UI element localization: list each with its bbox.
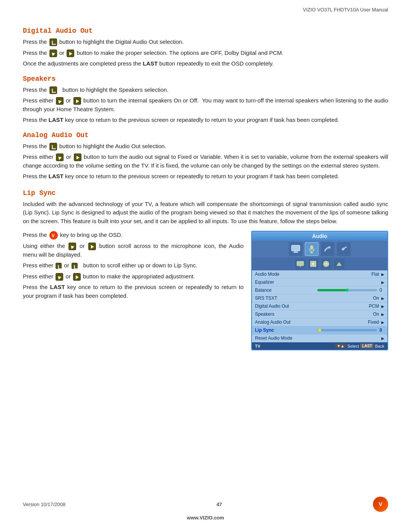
page-footer: Version 10/17/2008 47 V www.VIZIO.com [0, 497, 411, 521]
svg-rect-1 [294, 251, 297, 252]
microphone-svg [306, 244, 317, 254]
right-arrow-icon [67, 50, 74, 57]
osd-arrow-srs: ▶ [381, 296, 384, 300]
osd-row-audio-mode: Audio Mode Flat ▶ [252, 270, 387, 278]
osd-row-balance: Balance 0 [252, 286, 387, 294]
osd-select-label: Select [347, 344, 359, 348]
footer-row: Version 10/17/2008 47 V [0, 497, 411, 512]
osd-bar-balance [317, 289, 378, 291]
osd-arrow-aout: ▶ [381, 320, 384, 324]
osd-label-audio-mode: Audio Mode [255, 272, 371, 277]
osd-controls: ▼▲ Select LAST Back [335, 343, 384, 348]
footer-website: www.VIZIO.com [187, 515, 224, 521]
right-arrow-icon-3 [74, 153, 81, 161]
osd-row-speakers: Speakers On ▶ [252, 310, 387, 318]
ls-step-5: Press the LAST key once to return to the… [23, 283, 244, 300]
right-icon-5 [73, 273, 81, 281]
osd-arrow-equalizer: ▶ [381, 280, 384, 284]
satellite-svg [322, 244, 333, 254]
svg-point-6 [328, 246, 330, 249]
footer-version: Version 10/17/2008 [23, 502, 65, 507]
osd-bar-dot-balance [346, 289, 349, 292]
section-title-speakers: Speakers [23, 75, 388, 83]
osd-value-speakers: On [373, 312, 379, 317]
up-icon-1 [56, 263, 62, 269]
osd-subicon-1 [295, 259, 306, 269]
section-analog-audio-out: Analog Audio Out Press the button to hig… [23, 131, 388, 181]
left-arrow-icon-2 [56, 97, 64, 105]
dao-para-3: Once the adjustments are completed press… [23, 59, 388, 68]
osd-row-reset-audio: Reset Audio Mode ▶ [252, 334, 387, 342]
spk-para-2: Press either or button to turn the inter… [23, 96, 388, 113]
bird-svg [338, 244, 349, 254]
section-title-digital-audio-out: Digital Audio Out [23, 27, 388, 35]
section-digital-audio-out: Digital Audio Out Press the button to hi… [23, 27, 388, 68]
ls-step-4: Press either or button to make the appro… [23, 272, 244, 281]
osd-subicon-2 [308, 259, 319, 269]
osd-value-aout: Fixed [368, 320, 379, 325]
section-title-analog-audio-out: Analog Audio Out [23, 131, 388, 139]
osd-ctrl-last-badge: LAST [360, 343, 373, 348]
manual-title: VIZIO VO37L FHDTV10A User Manual [303, 7, 388, 13]
lip-sync-steps: Press the key to bring up the OSD. Using… [23, 231, 244, 350]
subicon-2-svg [309, 260, 317, 268]
osd-title: Audio [312, 233, 327, 239]
ls-step-1: Press the key to bring up the OSD. [23, 231, 244, 240]
nav-icon-1 [49, 38, 57, 46]
osd-arrow-audio-mode: ▶ [381, 272, 384, 276]
nav-icon-2 [49, 86, 57, 94]
right-icon-4 [88, 243, 96, 250]
osd-label-dout: Digital Audio Out [255, 304, 369, 309]
osd-value-audio-mode: Flat [371, 272, 379, 277]
osd-panel-container: Audio [251, 231, 388, 350]
osd-value-balance: 0 [379, 288, 382, 293]
left-icon-4 [68, 243, 76, 250]
page-header: VIZIO VO37L FHDTV10A User Manual [0, 0, 411, 13]
osd-value-dout: PCM [369, 304, 379, 309]
osd-icon-monitor [289, 242, 303, 256]
spk-para-1: Press the button to highlight the Speake… [23, 86, 388, 94]
osd-label-equalizer: Equalizer [255, 280, 381, 285]
osd-row-lip-sync: Lip Sync 0 [252, 326, 387, 334]
lipsync-dot [318, 329, 321, 332]
monitor-svg [290, 244, 301, 254]
section-speakers: Speakers Press the button to highlight t… [23, 75, 388, 125]
aao-para-1: Press the button to highlight the Audio … [23, 142, 388, 151]
aao-para-2: Press either or button to turn the audio… [23, 153, 388, 170]
v-key-icon [49, 231, 58, 240]
osd-label-lipsync: Lip Sync [255, 328, 315, 333]
spk-para-3: Press the LAST key once to return to the… [23, 116, 388, 125]
lip-sync-intro: Included with the advanced technology of… [23, 200, 388, 226]
osd-tv-label: TV [255, 344, 260, 348]
section-lip-sync: Lip Sync Included with the advanced tech… [23, 189, 388, 351]
osd-icon-microphone [305, 242, 319, 256]
osd-ctrl-select-badge: ▼▲ [335, 343, 346, 348]
dao-para-2: Press the or button to make the proper s… [23, 49, 388, 58]
svg-point-3 [310, 245, 313, 250]
left-arrow-icon-3 [56, 153, 64, 161]
svg-rect-8 [297, 261, 304, 266]
osd-subicon-4 [334, 259, 344, 269]
svg-point-7 [345, 246, 347, 248]
right-arrow-icon-2 [73, 97, 81, 105]
osd-label-balance: Balance [255, 288, 315, 293]
aao-para-3: Press the LAST key once to return to the… [23, 172, 388, 181]
osd-label-speakers: Speakers [255, 312, 373, 317]
ls-step-2: Using either the or button scroll across… [23, 242, 244, 259]
osd-value-lipsync: 0 [379, 328, 382, 333]
footer-page: 47 [217, 502, 222, 507]
osd-label-aout: Analog Audio Out [255, 320, 368, 325]
svg-rect-0 [292, 245, 300, 251]
left-icon-5 [56, 273, 63, 281]
osd-label-srs-tsxt: SRS TSXT [255, 296, 373, 301]
osd-panel: Audio [251, 231, 388, 350]
osd-bar-fill-balance [317, 289, 347, 291]
osd-icons-row-2 [252, 257, 387, 270]
left-arrow-icon [49, 50, 57, 57]
osd-title-bar: Audio [252, 232, 387, 241]
osd-arrow-dout: ▶ [381, 304, 384, 308]
osd-value-srs-tsxt: On [373, 296, 379, 301]
dao-para-1: Press the button to highlight the Digita… [23, 38, 388, 46]
vizio-logo: V [373, 497, 388, 512]
osd-row-equalizer: Equalizer ▶ [252, 278, 387, 286]
